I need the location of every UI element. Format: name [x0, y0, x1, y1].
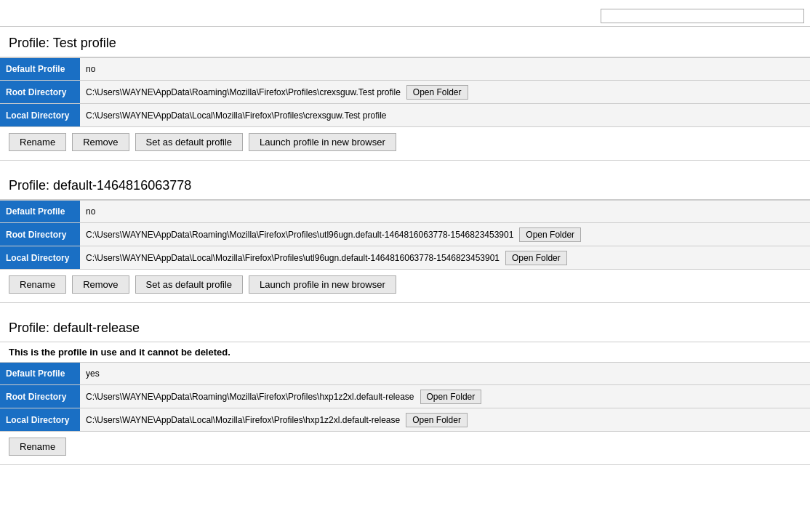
set-as-default-profile-btn-test-profile[interactable]: Set as default profile [135, 133, 244, 151]
info-row-test-profile-2: Local DirectoryC:\Users\WAYNE\AppData\Lo… [0, 104, 810, 127]
info-value-default-release-2: C:\Users\WAYNE\AppData\Local\Mozilla\Fir… [80, 408, 810, 431]
open-folder-btn-default-1464816063778-2[interactable]: Open Folder [505, 251, 567, 265]
info-value-text-test-profile-0: no [86, 64, 95, 74]
info-value-default-1464816063778-2: C:\Users\WAYNE\AppData\Local\Mozilla\Fir… [80, 246, 810, 269]
divider-test-profile [0, 160, 810, 161]
search-input[interactable] [601, 9, 804, 23]
info-label-default-1464816063778-0: Default Profile [0, 201, 80, 222]
info-label-default-release-1: Root Directory [0, 385, 80, 408]
info-label-default-1464816063778-1: Root Directory [0, 223, 80, 246]
info-value-text-default-1464816063778-0: no [86, 206, 95, 217]
info-value-text-test-profile-2: C:\Users\WAYNE\AppData\Local\Mozilla\Fir… [86, 110, 386, 121]
info-label-default-1464816063778-2: Local Directory [0, 246, 80, 269]
remove-btn-test-profile[interactable]: Remove [72, 133, 129, 151]
info-value-text-default-release-0: yes [86, 368, 100, 379]
info-label-default-release-2: Local Directory [0, 408, 80, 431]
profiles-container: Profile: Test profileDefault ProfilenoRo… [0, 30, 810, 465]
info-value-default-1464816063778-0: no [80, 201, 810, 222]
info-row-default-1464816063778-0: Default Profileno [0, 200, 810, 223]
info-row-default-1464816063778-2: Local DirectoryC:\Users\WAYNE\AppData\Lo… [0, 246, 810, 270]
profile-title-default-release: Profile: default-release [0, 315, 810, 342]
info-value-text-default-1464816063778-1: C:\Users\WAYNE\AppData\Roaming\Mozilla\F… [86, 230, 513, 240]
info-value-test-profile-0: no [80, 58, 810, 80]
open-folder-btn-default-1464816063778-1[interactable]: Open Folder [519, 227, 581, 242]
rename-btn-test-profile[interactable]: Rename [9, 133, 66, 151]
info-label-test-profile-2: Local Directory [0, 104, 80, 126]
info-value-default-1464816063778-1: C:\Users\WAYNE\AppData\Roaming\Mozilla\F… [80, 223, 810, 246]
action-buttons-default-release: Rename [0, 432, 810, 462]
action-buttons-test-profile: RenameRemoveSet as default profileLaunch… [0, 127, 810, 157]
top-bar [0, 6, 810, 27]
set-as-default-profile-btn-default-1464816063778[interactable]: Set as default profile [135, 275, 244, 294]
info-row-test-profile-0: Default Profileno [0, 57, 810, 81]
info-label-test-profile-1: Root Directory [0, 81, 80, 103]
open-folder-btn-default-release-1[interactable]: Open Folder [420, 390, 482, 404]
info-value-text-test-profile-1: C:\Users\WAYNE\AppData\Roaming\Mozilla\F… [86, 87, 401, 97]
info-value-test-profile-2: C:\Users\WAYNE\AppData\Local\Mozilla\Fir… [80, 104, 810, 126]
launch-profile-in-new-browser-btn-test-profile[interactable]: Launch profile in new browser [249, 133, 396, 151]
info-value-default-release-0: yes [80, 363, 810, 384]
info-value-default-release-1: C:\Users\WAYNE\AppData\Roaming\Mozilla\F… [80, 385, 810, 408]
info-value-test-profile-1: C:\Users\WAYNE\AppData\Roaming\Mozilla\F… [80, 81, 810, 103]
page-container: Profile: Test profileDefault ProfilenoRo… [0, 0, 810, 483]
info-value-text-default-release-2: C:\Users\WAYNE\AppData\Local\Mozilla\Fir… [86, 415, 400, 425]
divider-default-release [0, 464, 810, 465]
profile-warning-default-release: This is the profile in use and it cannot… [0, 342, 810, 362]
info-row-default-1464816063778-1: Root DirectoryC:\Users\WAYNE\AppData\Roa… [0, 223, 810, 246]
remove-btn-default-1464816063778[interactable]: Remove [72, 275, 129, 294]
info-label-default-release-0: Default Profile [0, 363, 80, 384]
profile-section-default-release: Profile: default-releaseThis is the prof… [0, 315, 810, 465]
info-row-default-release-0: Default Profileyes [0, 362, 810, 385]
action-buttons-default-1464816063778: RenameRemoveSet as default profileLaunch… [0, 270, 810, 299]
open-folder-btn-default-release-2[interactable]: Open Folder [406, 413, 468, 427]
info-row-default-release-1: Root DirectoryC:\Users\WAYNE\AppData\Roa… [0, 385, 810, 408]
profile-section-test-profile: Profile: Test profileDefault ProfilenoRo… [0, 30, 810, 161]
open-folder-btn-test-profile-1[interactable]: Open Folder [406, 85, 468, 100]
profile-section-default-1464816063778: Profile: default-1464816063778Default Pr… [0, 172, 810, 303]
info-row-default-release-2: Local DirectoryC:\Users\WAYNE\AppData\Lo… [0, 408, 810, 432]
profile-title-default-1464816063778: Profile: default-1464816063778 [0, 172, 810, 200]
profile-title-test-profile: Profile: Test profile [0, 30, 810, 57]
divider-default-1464816063778 [0, 302, 810, 303]
info-label-test-profile-0: Default Profile [0, 58, 80, 80]
info-value-text-default-1464816063778-2: C:\Users\WAYNE\AppData\Local\Mozilla\Fir… [86, 253, 500, 263]
rename-btn-default-1464816063778[interactable]: Rename [9, 275, 66, 294]
rename-btn-default-release[interactable]: Rename [9, 438, 66, 456]
info-row-test-profile-1: Root DirectoryC:\Users\WAYNE\AppData\Roa… [0, 81, 810, 104]
launch-profile-in-new-browser-btn-default-1464816063778[interactable]: Launch profile in new browser [249, 275, 396, 294]
info-value-text-default-release-1: C:\Users\WAYNE\AppData\Roaming\Mozilla\F… [86, 392, 414, 402]
